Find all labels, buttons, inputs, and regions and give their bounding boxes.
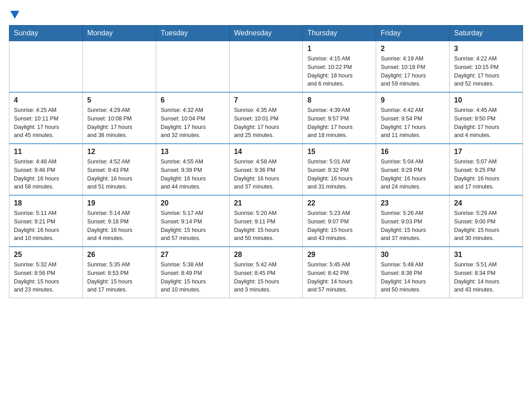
day-number: 24 (454, 199, 518, 207)
weekday-header-row: SundayMondayTuesdayWednesdayThursdayFrid… (9, 26, 523, 41)
calendar-cell: 10Sunrise: 4:45 AM Sunset: 9:50 PM Dayli… (450, 92, 523, 144)
calendar-cell: 6Sunrise: 4:32 AM Sunset: 10:04 PM Dayli… (156, 92, 229, 144)
day-number: 31 (454, 251, 518, 259)
day-number: 9 (381, 96, 445, 104)
day-number: 17 (454, 148, 518, 156)
day-info: Sunrise: 4:29 AM Sunset: 10:08 PM Daylig… (87, 106, 151, 140)
calendar-cell: 18Sunrise: 5:11 AM Sunset: 9:21 PM Dayli… (9, 195, 83, 247)
day-number: 2 (381, 45, 445, 53)
day-info: Sunrise: 4:52 AM Sunset: 9:43 PM Dayligh… (87, 158, 151, 191)
day-info: Sunrise: 5:51 AM Sunset: 8:34 PM Dayligh… (454, 261, 518, 294)
calendar-cell: 25Sunrise: 5:32 AM Sunset: 8:56 PM Dayli… (9, 247, 83, 298)
day-info: Sunrise: 5:26 AM Sunset: 9:03 PM Dayligh… (381, 209, 445, 243)
calendar-cell: 26Sunrise: 5:35 AM Sunset: 8:53 PM Dayli… (82, 247, 156, 298)
day-number: 10 (454, 96, 518, 104)
day-info: Sunrise: 4:35 AM Sunset: 10:01 PM Daylig… (234, 106, 298, 140)
day-info: Sunrise: 4:48 AM Sunset: 9:46 PM Dayligh… (14, 158, 78, 191)
calendar-cell: 29Sunrise: 5:45 AM Sunset: 8:42 PM Dayli… (303, 247, 376, 298)
calendar-cell: 5Sunrise: 4:29 AM Sunset: 10:08 PM Dayli… (82, 92, 156, 144)
calendar-cell: 15Sunrise: 5:01 AM Sunset: 9:32 PM Dayli… (303, 144, 376, 195)
week-row-1: 1Sunrise: 4:15 AM Sunset: 10:22 PM Dayli… (9, 41, 523, 93)
calendar-cell: 19Sunrise: 5:14 AM Sunset: 9:18 PM Dayli… (82, 195, 156, 247)
day-info: Sunrise: 5:14 AM Sunset: 9:18 PM Dayligh… (87, 209, 151, 243)
day-info: Sunrise: 5:38 AM Sunset: 8:49 PM Dayligh… (161, 261, 225, 294)
weekday-header-saturday: Saturday (450, 26, 523, 41)
week-row-2: 4Sunrise: 4:25 AM Sunset: 10:11 PM Dayli… (9, 92, 523, 144)
calendar-cell: 31Sunrise: 5:51 AM Sunset: 8:34 PM Dayli… (450, 247, 523, 298)
day-number: 30 (381, 251, 445, 259)
day-info: Sunrise: 5:32 AM Sunset: 8:56 PM Dayligh… (14, 261, 78, 294)
day-info: Sunrise: 5:11 AM Sunset: 9:21 PM Dayligh… (14, 209, 78, 243)
day-number: 14 (234, 148, 298, 156)
page-header (9, 9, 523, 16)
day-number: 8 (307, 96, 371, 104)
calendar-cell: 16Sunrise: 5:04 AM Sunset: 9:29 PM Dayli… (376, 144, 450, 195)
day-info: Sunrise: 5:17 AM Sunset: 9:14 PM Dayligh… (161, 209, 225, 243)
calendar-cell: 23Sunrise: 5:26 AM Sunset: 9:03 PM Dayli… (376, 195, 450, 247)
calendar-cell: 27Sunrise: 5:38 AM Sunset: 8:49 PM Dayli… (156, 247, 229, 298)
calendar-cell: 24Sunrise: 5:29 AM Sunset: 9:00 PM Dayli… (450, 195, 523, 247)
day-number: 15 (307, 148, 371, 156)
day-info: Sunrise: 5:48 AM Sunset: 8:38 PM Dayligh… (381, 261, 445, 294)
day-number: 16 (381, 148, 445, 156)
calendar-cell: 14Sunrise: 4:58 AM Sunset: 9:36 PM Dayli… (229, 144, 303, 195)
day-info: Sunrise: 5:45 AM Sunset: 8:42 PM Dayligh… (307, 261, 371, 294)
day-number: 25 (14, 251, 78, 259)
weekday-header-friday: Friday (376, 26, 450, 41)
calendar-cell: 11Sunrise: 4:48 AM Sunset: 9:46 PM Dayli… (9, 144, 83, 195)
day-number: 20 (161, 199, 225, 207)
day-info: Sunrise: 4:32 AM Sunset: 10:04 PM Daylig… (161, 106, 225, 140)
calendar-cell: 8Sunrise: 4:39 AM Sunset: 9:57 PM Daylig… (303, 92, 376, 144)
logo (9, 9, 19, 16)
day-number: 6 (161, 96, 225, 104)
day-info: Sunrise: 5:42 AM Sunset: 8:45 PM Dayligh… (234, 261, 298, 294)
calendar-cell (9, 41, 83, 93)
day-number: 18 (14, 199, 78, 207)
week-row-4: 18Sunrise: 5:11 AM Sunset: 9:21 PM Dayli… (9, 195, 523, 247)
day-info: Sunrise: 4:42 AM Sunset: 9:54 PM Dayligh… (381, 106, 445, 140)
calendar-cell: 21Sunrise: 5:20 AM Sunset: 9:11 PM Dayli… (229, 195, 303, 247)
calendar-cell: 1Sunrise: 4:15 AM Sunset: 10:22 PM Dayli… (303, 41, 376, 93)
day-number: 5 (87, 96, 151, 104)
weekday-header-wednesday: Wednesday (229, 26, 303, 41)
day-number: 11 (14, 148, 78, 156)
day-info: Sunrise: 4:45 AM Sunset: 9:50 PM Dayligh… (454, 106, 518, 140)
calendar-cell: 7Sunrise: 4:35 AM Sunset: 10:01 PM Dayli… (229, 92, 303, 144)
weekday-header-tuesday: Tuesday (156, 26, 229, 41)
calendar-cell: 17Sunrise: 5:07 AM Sunset: 9:25 PM Dayli… (450, 144, 523, 195)
day-number: 27 (161, 251, 225, 259)
day-info: Sunrise: 5:35 AM Sunset: 8:53 PM Dayligh… (87, 261, 151, 294)
logo-triangle-icon (10, 11, 19, 19)
day-info: Sunrise: 4:22 AM Sunset: 10:15 PM Daylig… (454, 55, 518, 88)
day-info: Sunrise: 5:04 AM Sunset: 9:29 PM Dayligh… (381, 158, 445, 191)
day-number: 7 (234, 96, 298, 104)
day-number: 26 (87, 251, 151, 259)
calendar-cell: 30Sunrise: 5:48 AM Sunset: 8:38 PM Dayli… (376, 247, 450, 298)
day-info: Sunrise: 4:58 AM Sunset: 9:36 PM Dayligh… (234, 158, 298, 191)
day-number: 22 (307, 199, 371, 207)
day-number: 19 (87, 199, 151, 207)
calendar-cell: 20Sunrise: 5:17 AM Sunset: 9:14 PM Dayli… (156, 195, 229, 247)
calendar-cell: 3Sunrise: 4:22 AM Sunset: 10:15 PM Dayli… (450, 41, 523, 93)
day-info: Sunrise: 4:19 AM Sunset: 10:18 PM Daylig… (381, 55, 445, 88)
day-info: Sunrise: 5:23 AM Sunset: 9:07 PM Dayligh… (307, 209, 371, 243)
day-info: Sunrise: 5:29 AM Sunset: 9:00 PM Dayligh… (454, 209, 518, 243)
weekday-header-monday: Monday (82, 26, 156, 41)
calendar-cell: 12Sunrise: 4:52 AM Sunset: 9:43 PM Dayli… (82, 144, 156, 195)
day-info: Sunrise: 4:39 AM Sunset: 9:57 PM Dayligh… (307, 106, 371, 140)
day-info: Sunrise: 5:01 AM Sunset: 9:32 PM Dayligh… (307, 158, 371, 191)
calendar-cell (229, 41, 303, 93)
day-number: 12 (87, 148, 151, 156)
day-number: 3 (454, 45, 518, 53)
weekday-header-thursday: Thursday (303, 26, 376, 41)
calendar-cell: 22Sunrise: 5:23 AM Sunset: 9:07 PM Dayli… (303, 195, 376, 247)
weekday-header-sunday: Sunday (9, 26, 83, 41)
day-info: Sunrise: 4:25 AM Sunset: 10:11 PM Daylig… (14, 106, 78, 140)
calendar-cell: 4Sunrise: 4:25 AM Sunset: 10:11 PM Dayli… (9, 92, 83, 144)
calendar-cell: 9Sunrise: 4:42 AM Sunset: 9:54 PM Daylig… (376, 92, 450, 144)
calendar-cell: 13Sunrise: 4:55 AM Sunset: 9:39 PM Dayli… (156, 144, 229, 195)
calendar-cell: 28Sunrise: 5:42 AM Sunset: 8:45 PM Dayli… (229, 247, 303, 298)
day-number: 4 (14, 96, 78, 104)
week-row-3: 11Sunrise: 4:48 AM Sunset: 9:46 PM Dayli… (9, 144, 523, 195)
day-info: Sunrise: 4:15 AM Sunset: 10:22 PM Daylig… (307, 55, 371, 88)
